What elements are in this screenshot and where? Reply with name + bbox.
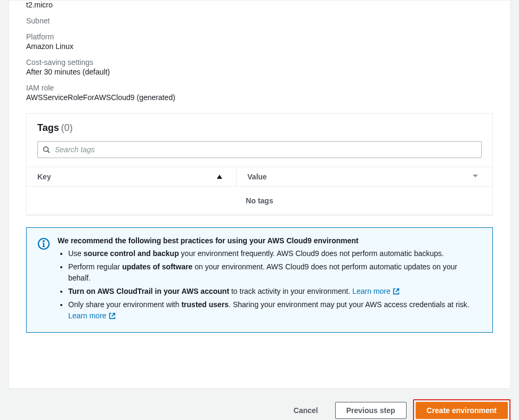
- info-list-item: Perform regular updates of software on y…: [68, 261, 482, 284]
- sort-none-icon: [472, 173, 479, 181]
- info-bold: source control and backup: [84, 249, 179, 258]
- learn-more-text: Learn more: [352, 286, 391, 297]
- external-link-icon: [109, 312, 116, 319]
- best-practices-info: We recommend the following best practice…: [26, 227, 493, 333]
- learn-more-link[interactable]: Learn more: [68, 310, 116, 322]
- platform-label: Platform: [26, 32, 493, 41]
- tags-col-key[interactable]: Key: [27, 167, 236, 186]
- info-list-item: Use source control and backup your envir…: [68, 248, 482, 259]
- tags-title: Tags: [37, 122, 59, 133]
- iam-label: IAM role: [26, 84, 493, 92]
- platform-field: Platform Amazon Linux: [26, 32, 493, 51]
- info-title: We recommend the following best practice…: [58, 236, 482, 245]
- learn-more-link[interactable]: Learn more: [352, 286, 400, 297]
- learn-more-text: Learn more: [68, 310, 107, 322]
- previous-step-button[interactable]: Previous step: [335, 402, 407, 419]
- cost-label: Cost-saving settings: [26, 58, 493, 67]
- iam-field: IAM role AWSServiceRoleForAWSCloud9 (gen…: [26, 84, 493, 102]
- info-list: Use source control and backup your envir…: [58, 248, 482, 322]
- cancel-button[interactable]: Cancel: [283, 402, 329, 419]
- info-list-item: Turn on AWS CloudTrail in your AWS accou…: [68, 286, 482, 297]
- create-environment-button[interactable]: Create environment: [416, 402, 508, 419]
- info-bold: trusted users: [181, 300, 229, 309]
- subnet-field: Subnet: [26, 17, 493, 25]
- svg-line-1: [48, 151, 50, 153]
- wizard-footer: Cancel Previous step Create environment: [0, 389, 519, 420]
- cost-field: Cost-saving settings After 30 minutes (d…: [26, 58, 493, 76]
- info-list-item: Only share your environment with trusted…: [68, 299, 482, 322]
- info-bold: Turn on AWS CloudTrail in your AWS accou…: [68, 287, 229, 295]
- cost-value: After 30 minutes (default): [26, 68, 493, 76]
- info-icon: [37, 237, 50, 250]
- info-bold: updates of software: [122, 262, 192, 271]
- external-link-icon: [393, 288, 400, 295]
- svg-point-0: [44, 147, 48, 152]
- subnet-label: Subnet: [26, 17, 493, 25]
- sort-asc-icon: [217, 175, 222, 179]
- iam-value: AWSServiceRoleForAWSCloud9 (generated): [26, 93, 493, 102]
- svg-point-6: [43, 241, 44, 242]
- platform-value: Amazon Linux: [26, 42, 493, 51]
- search-icon: [43, 146, 50, 153]
- instance-type-value: t2.micro: [26, 1, 493, 9]
- tags-header: Tags (0): [27, 114, 492, 167]
- tags-col-value[interactable]: Value: [236, 167, 492, 186]
- tags-count: (0): [61, 122, 73, 133]
- tags-col-key-label: Key: [37, 172, 51, 181]
- tags-search-wrap: [37, 141, 482, 158]
- create-button-highlight: Create environment: [413, 399, 510, 420]
- tags-search-input[interactable]: [37, 141, 482, 158]
- info-content: We recommend the following best practice…: [58, 236, 482, 324]
- tags-col-value-label: Value: [247, 172, 267, 181]
- tags-empty: No tags: [27, 187, 492, 215]
- review-panel: t2.micro Subnet Platform Amazon Linux Co…: [9, 0, 510, 389]
- tags-section: Tags (0) Key Value: [26, 113, 493, 216]
- tags-table-header: Key Value: [27, 167, 492, 187]
